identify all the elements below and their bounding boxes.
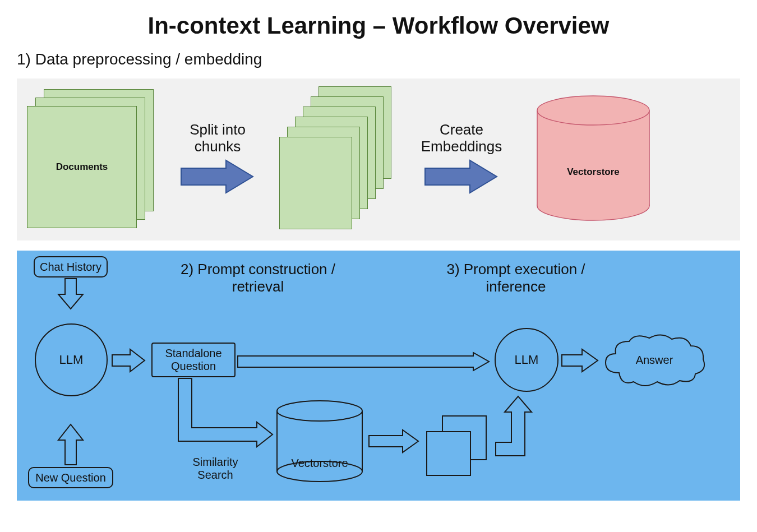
step3-heading: 3) Prompt execution / inference <box>421 261 611 295</box>
arrow-down-icon <box>58 279 83 310</box>
arrow-elbow-icon <box>178 378 274 451</box>
arrow-right-long-icon <box>238 353 490 371</box>
arrow-right-icon <box>181 159 254 194</box>
svg-marker-11 <box>178 378 273 447</box>
step2-heading: 2) Prompt construction / retrieval <box>163 261 353 295</box>
arrow-elbow-up-icon <box>496 395 535 457</box>
vectorstore-small-label: Vectorstore <box>275 457 364 470</box>
llm-node-2: LLM <box>495 328 558 392</box>
svg-marker-10 <box>238 353 489 371</box>
svg-marker-17 <box>496 396 532 456</box>
svg-marker-18 <box>562 349 598 372</box>
svg-point-15 <box>277 401 362 421</box>
answer-label: Answer <box>602 354 707 367</box>
documents-label: Documents <box>27 161 136 173</box>
page-title: In-context Learning – Workflow Overview <box>0 0 757 50</box>
svg-marker-16 <box>369 430 418 452</box>
arrow-right-icon <box>112 349 146 372</box>
arrow-right-icon <box>562 349 599 372</box>
new-question-node: New Question <box>28 467 113 488</box>
split-into-chunks-label: Split into chunks <box>190 122 246 155</box>
documents-stack-icon: Documents <box>27 89 156 227</box>
arrow-right-icon <box>369 430 419 452</box>
vectorstore-label: Vectorstore <box>532 166 655 178</box>
step1-heading: 1) Data preprocessing / embedding <box>0 50 757 68</box>
svg-point-6 <box>537 96 649 125</box>
svg-marker-1 <box>425 160 497 193</box>
vectorstore-cylinder-small-icon <box>275 400 364 484</box>
vectorstore-cylinder-icon: Vectorstore <box>532 88 655 228</box>
chat-history-node: Chat History <box>34 256 108 277</box>
standalone-question-node: Standalone Question <box>151 343 236 377</box>
llm-node-1: LLM <box>35 323 108 396</box>
step1-panel: Documents Split into chunks Create Embed… <box>17 78 740 240</box>
chunks-stack-icon <box>279 86 391 229</box>
similarity-search-label: Similarity Search <box>182 456 249 482</box>
arrow-up-icon <box>58 424 83 466</box>
arrow-right-icon <box>425 159 498 194</box>
split-arrow-group: Split into chunks <box>161 122 274 195</box>
svg-marker-8 <box>58 424 83 465</box>
svg-marker-0 <box>181 160 253 193</box>
create-embeddings-label: Create Embeddings <box>421 122 502 155</box>
retrieved-docs-icon <box>426 415 493 477</box>
svg-marker-9 <box>112 349 145 372</box>
embed-arrow-group: Create Embeddings <box>397 122 526 195</box>
svg-marker-7 <box>58 279 83 309</box>
step2-3-panel: 2) Prompt construction / retrieval 3) Pr… <box>17 251 740 501</box>
